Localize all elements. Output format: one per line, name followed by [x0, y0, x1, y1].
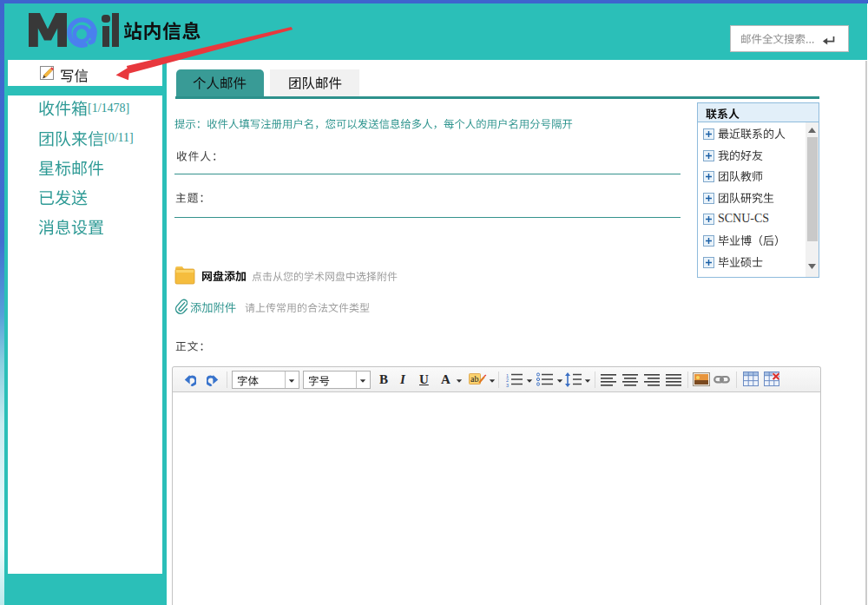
- svg-text:3: 3: [506, 383, 509, 388]
- svg-text:ab: ab: [470, 374, 478, 384]
